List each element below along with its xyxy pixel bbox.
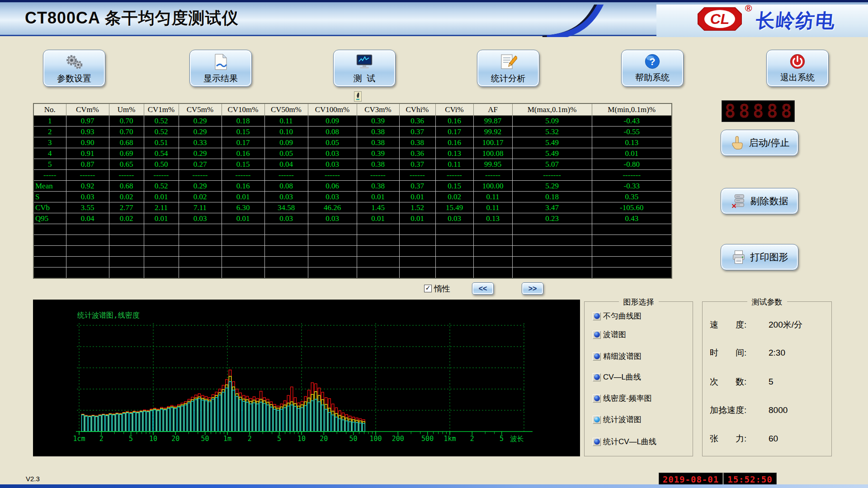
table-row: Q950.040.020.010.030.010.030.030.010.010… xyxy=(33,213,672,224)
table-cell-empty xyxy=(109,235,144,246)
table-cell-empty xyxy=(308,235,357,246)
table-cell: 0.02 xyxy=(435,192,473,202)
version-label: V2.3 xyxy=(26,475,40,483)
radio-orb-icon xyxy=(594,353,600,359)
remove-data-label: 剔除数据 xyxy=(750,195,788,207)
toolbar-exit-button[interactable]: 退出系统 xyxy=(766,50,829,87)
table-cell: 0.68 xyxy=(109,137,144,148)
led-digits: 88888 xyxy=(722,101,795,122)
radio-orb-icon[interactable] xyxy=(593,394,601,403)
table-cell: 0.03 xyxy=(264,213,308,224)
table-cell: 0.23 xyxy=(512,213,592,224)
table-cell-empty xyxy=(512,246,592,257)
prev-page-button[interactable]: << xyxy=(472,282,494,295)
printer-icon xyxy=(731,249,746,265)
table-cell: ------ xyxy=(264,170,308,181)
toolbar-test-button[interactable]: 测 试 xyxy=(333,50,396,87)
table-cell-empty xyxy=(435,224,473,235)
graph-option-4[interactable]: CV—L曲线 xyxy=(593,372,641,382)
registered-trademark: ® xyxy=(745,3,752,14)
table-cell: 0.93 xyxy=(66,127,109,137)
toolbar-results-button[interactable]: 显示结果 xyxy=(189,50,252,87)
graph-option-5[interactable]: 线密度-频率图 xyxy=(593,393,652,404)
table-cell-empty xyxy=(33,224,66,235)
table-cell: 0.11 xyxy=(435,159,473,170)
table-cell: 0.87 xyxy=(66,159,109,170)
test-param-row: 张 力:60 xyxy=(710,433,778,445)
table-cell: ------ xyxy=(399,170,435,181)
graph-select-panel: 图形选择 不匀曲线图波谱图精细波谱图CV—L曲线线密度-频率图统计波谱图统计CV… xyxy=(584,301,693,456)
table-cell: 0.39 xyxy=(357,116,399,127)
x-axis-tick-label: 50 xyxy=(201,435,209,443)
table-cell: ------ xyxy=(473,170,512,181)
table-cell: 0.05 xyxy=(264,148,308,159)
table-cell: 0.52 xyxy=(144,127,179,137)
swoosh-decoration xyxy=(533,5,669,37)
bottom-accent-bar xyxy=(0,484,868,488)
radio-orb-icon[interactable] xyxy=(593,416,601,424)
table-cell: 5.29 xyxy=(512,181,592,192)
table-cell: 0.37 xyxy=(399,159,435,170)
radio-orb-icon[interactable] xyxy=(593,331,601,339)
table-header-cell: CVi% xyxy=(435,103,473,116)
table-cell-empty xyxy=(109,257,144,267)
remove-data-button[interactable]: ✕ 剔除数据 xyxy=(721,188,798,214)
graph-option-7[interactable]: 统计CV—L曲线 xyxy=(593,436,656,447)
x-axis-tick-label: 10 xyxy=(297,435,306,443)
table-cell-empty xyxy=(109,224,144,235)
table-cell-empty xyxy=(473,257,512,267)
toolbar-stats-button[interactable]: 统计分析 xyxy=(477,50,539,87)
inertia-checkbox[interactable]: ✓ xyxy=(424,285,432,292)
table-cell-empty xyxy=(179,257,222,267)
chart-title: 统计波谱图,线密度 xyxy=(77,311,140,319)
table-row: CVb3.552.772.117.116.3034.5846.261.451.5… xyxy=(33,202,672,213)
table-cell-empty xyxy=(144,267,179,279)
table-cell-empty xyxy=(264,246,308,257)
document-icon xyxy=(212,53,230,73)
graph-option-3[interactable]: 精细波谱图 xyxy=(593,351,642,361)
toolbar-help-button[interactable]: ?帮助系统 xyxy=(621,50,684,87)
radio-orb-icon[interactable] xyxy=(593,438,601,446)
graph-option-2[interactable]: 波谱图 xyxy=(593,329,626,340)
test-param-value: 200米/分 xyxy=(769,320,802,329)
table-cell-empty xyxy=(33,257,66,267)
table-cell: 0.15 xyxy=(222,127,264,137)
table-row: 50.870.650.500.270.150.040.030.380.370.1… xyxy=(33,159,672,170)
radio-orb-icon[interactable] xyxy=(593,312,601,320)
graph-option-1[interactable]: 不匀曲线图 xyxy=(593,311,642,321)
print-graph-button[interactable]: 打印图形 xyxy=(721,244,798,270)
table-cell-empty xyxy=(222,246,264,257)
radio-orb-icon[interactable] xyxy=(593,373,601,381)
table-header-row: No.CVm%Um%CV1m%CV5m%CV10m%CV50m%CV100m%C… xyxy=(33,103,672,116)
table-cell: 0.02 xyxy=(179,192,222,202)
table-cell-empty xyxy=(308,267,357,279)
table-cell-empty xyxy=(264,267,308,279)
test-param-label: 次 数: xyxy=(710,376,769,388)
test-param-value: 5 xyxy=(769,377,774,386)
table-cell-empty xyxy=(435,257,473,267)
table-row: S0.030.020.010.020.010.030.030.010.010.0… xyxy=(33,192,672,202)
radio-orb-icon[interactable] xyxy=(593,352,601,361)
toolbar-params-button[interactable]: 参数设置 xyxy=(43,50,105,87)
x-axis-tick-label: 2 xyxy=(248,435,252,443)
table-cell-empty xyxy=(399,257,435,267)
start-stop-button[interactable]: 启动/停止 xyxy=(721,130,798,156)
table-cell: ------ xyxy=(308,170,357,181)
table-cell: 0.38 xyxy=(357,181,399,192)
measurement-table: No.CVm%Um%CV1m%CV5m%CV10m%CV50m%CV100m%C… xyxy=(33,103,672,279)
table-cell-empty xyxy=(399,224,435,235)
graph-option-6[interactable]: 统计波谱图 xyxy=(593,414,642,425)
table-cell: 1.52 xyxy=(399,202,435,213)
toolbar-params-label: 参数设置 xyxy=(57,73,91,84)
table-cell: 5.49 xyxy=(512,148,592,159)
database-delete-icon: ✕ xyxy=(731,193,746,209)
brand-name: 长岭纺电 xyxy=(755,8,837,33)
test-param-value: 8000 xyxy=(769,405,788,415)
table-cell: 0.13 xyxy=(592,137,672,148)
table-header-cell: CVm% xyxy=(66,103,109,116)
table-cell-empty xyxy=(66,246,109,257)
x-axis-title: 波长 xyxy=(510,435,524,443)
table-cell: 0.11 xyxy=(473,192,512,202)
table-cell: 100.08 xyxy=(473,148,512,159)
next-page-button[interactable]: >> xyxy=(522,282,543,295)
